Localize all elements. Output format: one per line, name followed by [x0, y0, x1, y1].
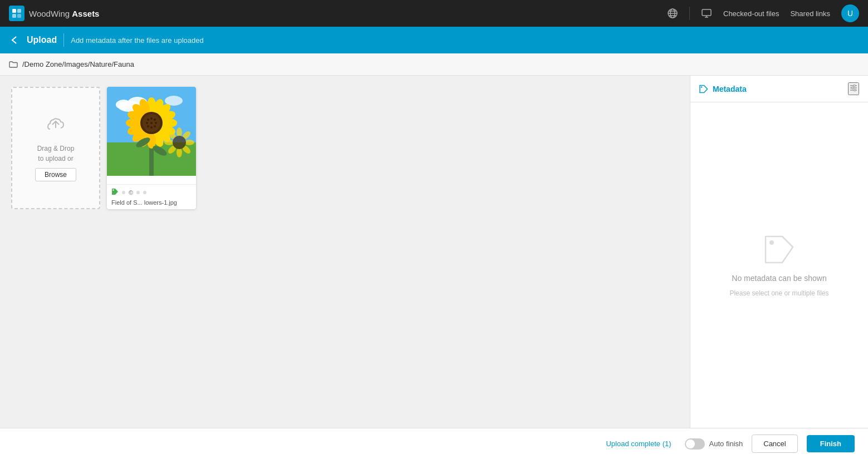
svg-rect-64 — [854, 90, 856, 91]
metadata-panel: Metadata No — [690, 76, 868, 428]
metadata-settings-button[interactable] — [848, 82, 859, 95]
cancel-button[interactable]: Cancel — [752, 435, 797, 453]
drop-zone[interactable]: Drag & Drop to upload or Browse — [11, 87, 100, 209]
browse-button[interactable]: Browse — [35, 168, 76, 181]
back-button[interactable] — [9, 34, 20, 46]
metadata-panel-header: Metadata — [690, 76, 868, 102]
svg-point-37 — [147, 119, 149, 121]
status-dot-1 — [122, 191, 125, 194]
settings-icon — [849, 83, 858, 92]
upload-icon — [46, 115, 66, 139]
metadata-empty-subtitle: Please select one or multiple files — [729, 289, 828, 297]
svg-rect-62 — [854, 85, 855, 87]
topnav-right-section: Checked-out files Shared links U — [667, 4, 859, 22]
svg-point-43 — [147, 125, 149, 127]
metadata-empty-icon — [763, 234, 796, 267]
copyright-icon: © — [129, 189, 133, 196]
globe-button[interactable] — [667, 8, 678, 19]
logo-text: WoodWing Assets — [29, 9, 99, 18]
svg-rect-9 — [702, 9, 711, 16]
user-avatar[interactable]: U — [841, 4, 859, 22]
svg-point-41 — [150, 122, 153, 124]
metadata-empty-state: No metadata can be shown Please select o… — [690, 102, 868, 428]
auto-finish-toggle-row: Auto finish — [685, 438, 743, 450]
status-dot-3 — [143, 191, 146, 194]
svg-rect-1 — [17, 9, 21, 13]
svg-point-15 — [116, 100, 131, 110]
content-area: Drag & Drop to upload or Browse — [0, 76, 868, 428]
main-area: /Demo Zone/Images/Nature/Fauna Drag & Dr… — [0, 53, 868, 459]
bottom-bar: Upload complete (1) Auto finish Cancel F… — [0, 428, 868, 459]
app-logo: WoodWing Assets — [9, 6, 99, 21]
logo-icon — [9, 6, 24, 21]
folder-icon — [9, 60, 18, 69]
file-thumbnail — [107, 87, 196, 184]
upload-grid: Drag & Drop to upload or Browse — [11, 87, 679, 209]
file-card-footer: © Field of S... lowers-1.jpg — [107, 184, 196, 209]
status-dot-2 — [136, 191, 140, 194]
file-card-icons: © — [111, 188, 192, 197]
svg-point-45 — [154, 125, 156, 127]
checked-out-files-button[interactable]: Checked-out files — [723, 9, 779, 18]
shared-links-button[interactable]: Shared links — [790, 9, 830, 18]
subheader-divider — [63, 33, 64, 47]
file-name: Field of S... lowers-1.jpg — [111, 199, 192, 206]
svg-point-54 — [173, 136, 186, 149]
file-card[interactable]: © Field of S... lowers-1.jpg — [107, 87, 196, 209]
monitor-button[interactable] — [701, 8, 712, 19]
subheader: Upload Add metadata after the files are … — [0, 27, 868, 53]
sunflower-image — [107, 87, 196, 176]
tag-icon — [111, 188, 119, 197]
page-title: Upload — [27, 35, 57, 45]
svg-point-42 — [155, 122, 157, 124]
svg-point-44 — [150, 126, 153, 129]
svg-point-58 — [701, 86, 703, 88]
svg-point-38 — [150, 117, 153, 120]
svg-point-57 — [112, 189, 114, 190]
upload-status: Upload complete (1) — [606, 440, 671, 448]
upload-panel: Drag & Drop to upload or Browse — [0, 76, 690, 428]
breadcrumb-path: /Demo Zone/Images/Nature/Fauna — [22, 60, 134, 68]
metadata-title-row: Metadata — [699, 85, 747, 93]
auto-finish-toggle[interactable] — [685, 438, 705, 450]
svg-rect-63 — [852, 87, 854, 89]
svg-point-39 — [154, 119, 156, 121]
svg-rect-2 — [12, 14, 16, 18]
top-navigation: WoodWing Assets Checked-out files Shared… — [0, 0, 868, 27]
svg-point-65 — [769, 240, 774, 245]
svg-rect-3 — [17, 14, 21, 18]
metadata-empty-title: No metadata can be shown — [732, 274, 826, 283]
nav-divider — [689, 7, 690, 20]
metadata-tag-icon — [699, 85, 708, 93]
svg-rect-0 — [12, 9, 16, 13]
auto-finish-label: Auto finish — [709, 440, 743, 448]
drop-zone-text: Drag & Drop to upload or — [37, 144, 75, 164]
finish-button[interactable]: Finish — [807, 435, 855, 452]
metadata-title: Metadata — [713, 85, 747, 93]
svg-point-40 — [146, 122, 148, 124]
breadcrumb-bar: /Demo Zone/Images/Nature/Fauna — [0, 53, 868, 76]
subheader-subtitle: Add metadata after the files are uploade… — [71, 36, 204, 45]
